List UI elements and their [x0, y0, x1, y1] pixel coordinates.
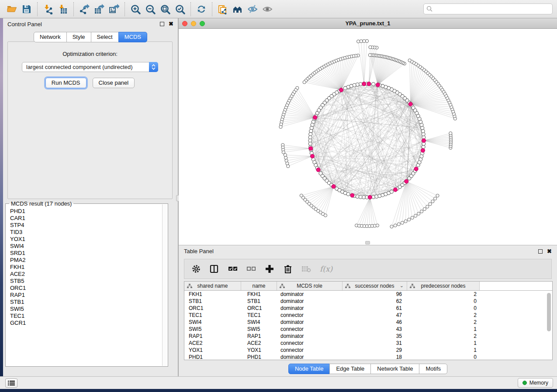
export-table-icon[interactable] [92, 2, 107, 16]
delete-columns-icon[interactable] [283, 264, 293, 274]
column-header-successor-nodes[interactable]: successor nodes⌄ [343, 282, 407, 290]
graph-hub-node[interactable] [414, 167, 418, 171]
graph-leaf-node[interactable] [414, 214, 417, 217]
graph-node[interactable] [390, 190, 393, 193]
mcds-result-item[interactable]: PHD1 [10, 208, 162, 215]
show-graphics-details-icon[interactable] [260, 2, 275, 16]
graph-leaf-node[interactable] [369, 46, 372, 49]
zoom-fit-icon[interactable] [158, 2, 173, 16]
run-mcds-button[interactable]: Run MCDS [45, 78, 86, 88]
table-row[interactable]: PHD1PHD1dominator180 [184, 354, 552, 360]
search-input[interactable] [423, 3, 553, 14]
graph-leaf-node[interactable] [429, 203, 432, 206]
mcds-result-item[interactable]: PMA2 [10, 257, 162, 264]
mcds-result-item[interactable]: ACE2 [10, 271, 162, 278]
graph-hub-node[interactable] [310, 154, 314, 158]
column-header-name[interactable]: name [241, 282, 277, 290]
mcds-result-list[interactable]: PHD1CAR1STP4TID3YOX1SWI4SRD1PMA2FKH1ACE2… [6, 205, 162, 366]
table-row[interactable]: ACE2ACE2connector311 [184, 340, 552, 347]
open-session-icon[interactable] [4, 2, 19, 16]
float-table-panel-icon[interactable] [538, 249, 543, 254]
tab-select[interactable]: Select [91, 32, 119, 42]
graph-leaf-node[interactable] [434, 197, 437, 200]
table-row[interactable]: TEC1TEC1connector472 [184, 312, 552, 319]
create-column-icon[interactable] [265, 264, 274, 274]
zoom-selected-icon[interactable] [173, 2, 187, 16]
graph-leaf-node[interactable] [404, 220, 407, 223]
export-network-icon[interactable] [77, 2, 92, 16]
graph-leaf-node[interactable] [411, 216, 414, 219]
graph-leaf-node[interactable] [390, 225, 393, 228]
table-row[interactable]: SWI4SWI4dominator462 [184, 319, 552, 326]
zoom-in-icon[interactable] [128, 2, 143, 16]
graph-leaf-node[interactable] [397, 223, 400, 226]
close-panel-button[interactable]: Close panel [93, 78, 135, 88]
birds-eye-view-icon[interactable] [230, 2, 245, 16]
tab-network[interactable]: Network [34, 32, 67, 42]
graph-leaf-node[interactable] [303, 81, 306, 84]
graph-leaf-node[interactable] [324, 214, 327, 217]
network-graph[interactable] [179, 29, 557, 245]
close-panel-icon[interactable]: ✖ [169, 22, 173, 26]
mcds-result-item[interactable]: ORC1 [10, 285, 162, 292]
tab-node-table[interactable]: Node Table [288, 364, 330, 374]
graph-leaf-node[interactable] [417, 212, 420, 215]
graph-hub-node[interactable] [313, 116, 317, 120]
graph-leaf-node[interactable] [363, 40, 366, 43]
graph-leaf-node[interactable] [394, 224, 397, 227]
mcds-result-item[interactable]: SWI4 [10, 243, 162, 250]
float-panel-icon[interactable] [160, 22, 164, 26]
graph-leaf-node[interactable] [431, 200, 434, 203]
graph-leaf-node[interactable] [436, 194, 439, 197]
column-header-shared-name[interactable]: shared name [184, 282, 241, 290]
graph-leaf-node[interactable] [408, 59, 411, 62]
tab-edge-table[interactable]: Edge Table [329, 364, 371, 374]
graph-leaf-node[interactable] [426, 205, 429, 208]
graph-leaf-node[interactable] [284, 153, 287, 156]
import-network-icon[interactable] [41, 2, 55, 16]
graph-hub-node[interactable] [376, 83, 380, 87]
tab-mcds[interactable]: MCDS [118, 32, 147, 42]
table-row[interactable]: STB1STB1dominator620 [184, 298, 552, 305]
graph-leaf-node[interactable] [360, 40, 363, 43]
mcds-result-scrollbar[interactable] [162, 204, 167, 366]
graph-leaf-node[interactable] [376, 224, 379, 227]
graph-hub-node[interactable] [405, 179, 408, 183]
graph-hub-node[interactable] [421, 148, 425, 152]
mcds-result-item[interactable]: RAP1 [10, 292, 162, 299]
table-row[interactable]: RAP1RAP1dominator352 [184, 333, 552, 340]
graph-hub-node[interactable] [339, 88, 343, 92]
mcds-result-item[interactable]: TID3 [10, 229, 162, 236]
graph-hub-node[interactable] [408, 102, 412, 106]
mcds-result-item[interactable]: FKH1 [10, 264, 162, 271]
criterion-dropdown[interactable]: largest connected component (undirected) [22, 62, 158, 72]
table-row[interactable]: FKH1FKH1dominator962 [184, 291, 552, 298]
graph-node[interactable] [343, 86, 347, 90]
column-header-predecessor-nodes[interactable]: predecessor nodes [407, 282, 480, 290]
apply-layout-icon[interactable] [194, 2, 209, 16]
graph-leaf-node[interactable] [449, 132, 452, 135]
graph-hub-node[interactable] [362, 82, 366, 86]
graph-hub-node[interactable] [367, 82, 371, 86]
mcds-result-item[interactable]: GCR1 [10, 320, 162, 327]
table-row[interactable]: YOX1YOX1connector291 [184, 347, 552, 354]
table-scrollbar-thumb[interactable] [547, 293, 551, 331]
tab-style[interactable]: Style [66, 32, 91, 42]
graph-leaf-node[interactable] [357, 40, 360, 43]
table-scrollbar[interactable] [547, 292, 551, 358]
graph-leaf-node[interactable] [287, 165, 290, 168]
zoom-out-icon[interactable] [143, 2, 158, 16]
mcds-result-item[interactable]: CAR1 [10, 215, 162, 222]
graph-leaf-node[interactable] [401, 221, 404, 224]
table-row[interactable]: ORC1ORC1dominator610 [184, 305, 552, 312]
mcds-result-item[interactable]: TEC1 [10, 313, 162, 320]
graph-leaf-node[interactable] [420, 210, 423, 213]
memory-button[interactable]: Memory [518, 378, 553, 388]
show-columns-icon[interactable] [210, 264, 219, 274]
import-table-icon[interactable] [55, 2, 70, 16]
graph-hub-node[interactable] [350, 193, 354, 197]
network-overview-icon[interactable] [215, 2, 230, 16]
column-header-mcds-role[interactable]: MCDS role [277, 282, 343, 290]
graph-leaf-node[interactable] [368, 54, 371, 57]
save-session-icon[interactable] [19, 2, 34, 16]
